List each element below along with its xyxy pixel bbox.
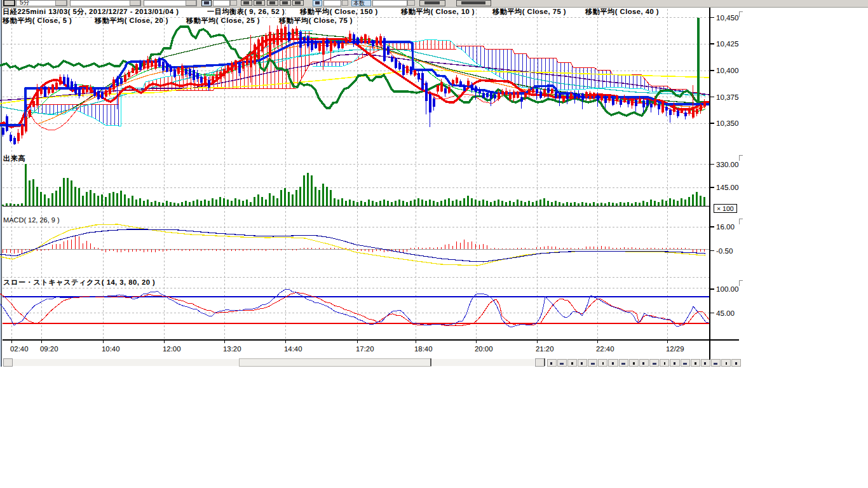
svg-text:5分: 5分 (20, 0, 30, 6)
svg-text:移動平均( Close, 25 ): 移動平均( Close, 25 ) (186, 17, 260, 25)
svg-text:一目均衡表( 9, 26, 52 ): 一目均衡表( 9, 26, 52 ) (207, 8, 285, 16)
svg-text:22:40: 22:40 (596, 346, 614, 353)
svg-text:14:40: 14:40 (284, 346, 302, 353)
svg-text:10,350: 10,350 (716, 119, 738, 128)
svg-text:-0.50: -0.50 (716, 247, 733, 255)
svg-text:20:00: 20:00 (475, 346, 493, 353)
svg-text:10,375: 10,375 (716, 93, 738, 102)
svg-text:330.00: 330.00 (716, 161, 738, 169)
svg-text:13:20: 13:20 (223, 346, 241, 353)
svg-text:移動平均( Close, 20 ): 移動平均( Close, 20 ) (94, 17, 168, 25)
svg-text:移動平均( Close, 150 ): 移動平均( Close, 150 ) (299, 8, 378, 16)
svg-text:45.00: 45.00 (716, 309, 735, 318)
svg-text:10,450: 10,450 (716, 14, 738, 22)
svg-text:10,425: 10,425 (716, 40, 738, 48)
svg-text:145.00: 145.00 (716, 184, 738, 192)
svg-text:移動平均( Close, 40 ): 移動平均( Close, 40 ) (585, 8, 659, 16)
svg-text:18:40: 18:40 (414, 346, 433, 353)
svg-text:02:40: 02:40 (10, 346, 29, 353)
svg-text:17:20: 17:20 (356, 346, 374, 353)
svg-text:日経225mini 13/03( 5分, 2012/12/2: 日経225mini 13/03( 5分, 2012/12/27 - 2013/0… (3, 8, 179, 16)
svg-text:移動平均( Close, 10 ): 移動平均( Close, 10 ) (400, 8, 475, 16)
svg-text:09:20: 09:20 (40, 346, 58, 353)
svg-text:移動平均( Close, 75 ): 移動平均( Close, 75 ) (492, 8, 566, 16)
svg-text:10,400: 10,400 (716, 67, 738, 75)
svg-text:出来高: 出来高 (3, 154, 25, 163)
svg-text:16.00: 16.00 (716, 223, 735, 231)
svg-text:12/29: 12/29 (666, 346, 684, 353)
svg-text:MACD( 12, 26, 9 ): MACD( 12, 26, 9 ) (3, 217, 60, 224)
svg-text:× 100: × 100 (717, 205, 734, 213)
svg-text:10:40: 10:40 (102, 346, 120, 353)
svg-text:21:20: 21:20 (536, 346, 554, 353)
svg-text:スロー・ストキャスティクス( 14, 3, 80, 20 ): スロー・ストキャスティクス( 14, 3, 80, 20 ) (3, 279, 155, 287)
svg-text:本数: 本数 (353, 0, 365, 6)
svg-text:100.00: 100.00 (716, 285, 738, 294)
svg-text:12:00: 12:00 (163, 346, 181, 353)
